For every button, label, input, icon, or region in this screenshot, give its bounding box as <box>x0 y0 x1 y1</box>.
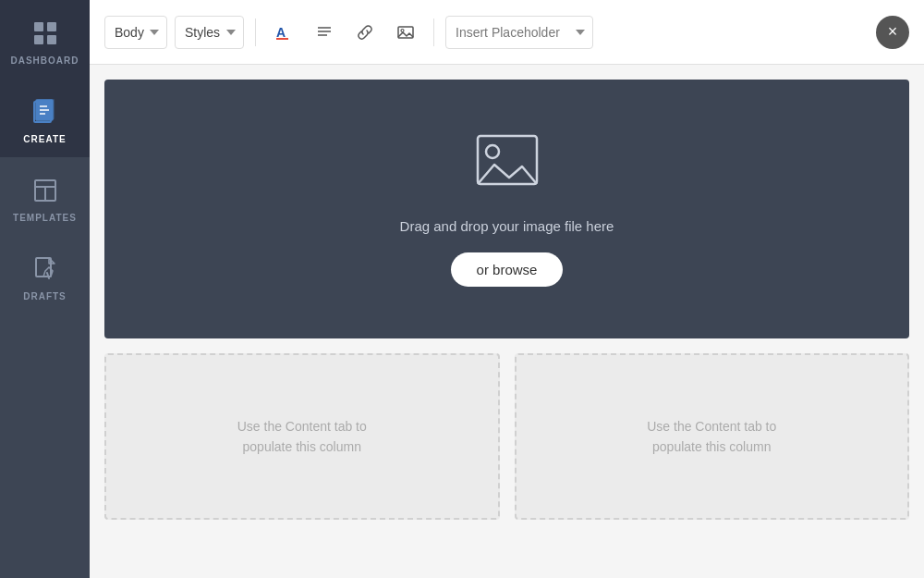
sidebar-item-dashboard-label: DASHBOARD <box>11 55 79 66</box>
toolbar-divider-1 <box>255 18 256 46</box>
image-placeholder-icon <box>470 131 544 200</box>
link-icon <box>357 24 373 41</box>
text-align-button[interactable] <box>308 16 341 49</box>
create-icon <box>29 95 62 129</box>
svg-rect-3 <box>47 35 56 44</box>
svg-text:A: A <box>276 25 286 40</box>
templates-icon <box>29 174 62 207</box>
svg-rect-2 <box>34 35 43 44</box>
link-button[interactable] <box>348 16 382 49</box>
sidebar-item-create[interactable]: CREATE <box>0 79 90 157</box>
svg-point-21 <box>401 29 404 31</box>
close-icon: × <box>888 22 898 42</box>
drop-zone-text: Drag and drop your image file here <box>400 218 614 234</box>
main-area: Body Styles A <box>90 0 924 578</box>
svg-rect-0 <box>34 22 43 31</box>
svg-rect-20 <box>398 27 413 38</box>
drafts-icon <box>29 252 62 286</box>
text-align-icon <box>316 24 333 41</box>
drop-zone[interactable]: Drag and drop your image file here or br… <box>104 80 909 338</box>
font-color-icon: A <box>275 24 292 41</box>
placeholder-select[interactable]: Insert Placeholder <box>445 16 593 49</box>
sidebar-item-dashboard[interactable]: DASHBOARD <box>0 0 90 79</box>
svg-line-14 <box>47 273 49 278</box>
column-placeholder-1-text: Use the Content tab topopulate this colu… <box>237 416 367 458</box>
sidebar-item-create-label: CREATE <box>23 134 66 144</box>
svg-point-23 <box>486 145 499 158</box>
sidebar-item-drafts[interactable]: DRAFTS <box>0 236 90 314</box>
image-button[interactable] <box>389 16 422 49</box>
browse-button[interactable]: or browse <box>451 252 564 287</box>
dashboard-icon <box>29 17 62 50</box>
body-select[interactable]: Body <box>104 16 167 49</box>
sidebar: DASHBOARD CREATE TEMPLATES DRAFTS <box>0 0 90 578</box>
content-area: Drag and drop your image file here or br… <box>90 65 924 578</box>
font-color-button[interactable]: A <box>267 16 300 49</box>
styles-select[interactable]: Styles <box>175 16 244 49</box>
column-placeholder-2: Use the Content tab topopulate this colu… <box>515 353 910 520</box>
svg-rect-16 <box>276 38 288 40</box>
close-button[interactable]: × <box>876 16 909 49</box>
sidebar-item-drafts-label: DRAFTS <box>23 291 67 301</box>
image-icon <box>397 24 414 41</box>
column-placeholder-2-text: Use the Content tab topopulate this colu… <box>647 416 776 458</box>
sidebar-item-templates-label: TEMPLATES <box>13 213 77 223</box>
column-placeholder-1: Use the Content tab topopulate this colu… <box>104 353 500 520</box>
columns-area: Use the Content tab topopulate this colu… <box>90 353 924 535</box>
toolbar-divider-2 <box>433 18 434 46</box>
toolbar: Body Styles A <box>90 0 924 65</box>
sidebar-item-templates[interactable]: TEMPLATES <box>0 157 90 236</box>
svg-rect-1 <box>47 22 56 31</box>
